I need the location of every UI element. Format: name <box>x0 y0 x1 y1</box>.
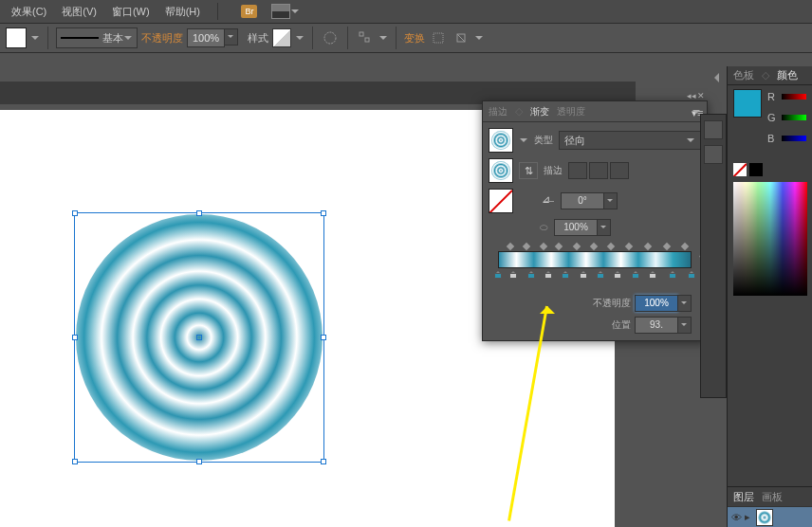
panel-close-icon[interactable]: ✕ <box>697 92 705 100</box>
strip-icon-2[interactable] <box>704 145 723 164</box>
gradient-preset-dropdown[interactable] <box>519 136 528 145</box>
bridge-icon[interactable]: Br <box>235 2 264 21</box>
handle-top-mid[interactable] <box>196 210 202 216</box>
expand-layer-icon[interactable]: ▸ <box>745 511 756 523</box>
strip-icon-1[interactable] <box>704 120 723 139</box>
gradient-color-stop[interactable] <box>669 268 676 279</box>
stop-location-input[interactable]: 93. <box>635 317 692 334</box>
black-color-icon[interactable] <box>749 163 763 176</box>
menu-help[interactable]: 帮助(H) <box>157 5 208 19</box>
gradient-midpoint[interactable] <box>555 243 563 250</box>
angle-icon: ⊿ <box>542 193 557 209</box>
gradient-color-stop[interactable] <box>527 268 535 279</box>
tab-transparency[interactable]: 透明度 <box>557 105 585 118</box>
gradient-color-stop[interactable] <box>494 268 502 279</box>
handle-bottom-mid[interactable] <box>196 459 202 464</box>
tab-color[interactable]: 颜色 <box>777 68 798 82</box>
gradient-midpoint[interactable] <box>590 243 598 250</box>
gradient-midpoint[interactable] <box>540 243 547 250</box>
gradient-fill-thumb[interactable] <box>489 128 513 153</box>
gradient-color-stop[interactable] <box>632 268 639 279</box>
gradient-midpoint[interactable] <box>681 243 689 250</box>
collapsed-panel-strip[interactable] <box>700 114 727 398</box>
layer-row[interactable]: 👁 ▸ <box>728 506 812 527</box>
stroke-gradient-mode[interactable] <box>568 162 629 179</box>
panel-flyout-icon[interactable] <box>710 71 723 84</box>
color-spectrum[interactable] <box>733 182 807 296</box>
recolor-icon[interactable] <box>321 28 340 47</box>
gradient-midpoint[interactable] <box>644 243 652 250</box>
transform-bbox-icon[interactable] <box>429 28 448 47</box>
handle-bottom-left[interactable] <box>72 459 78 464</box>
gradient-slider[interactable]: 🗑 <box>489 242 701 282</box>
tab-swatches[interactable]: 色板 <box>733 68 754 82</box>
align-dropdown[interactable] <box>378 33 388 43</box>
gradient-color-stop[interactable] <box>597 268 604 279</box>
gradient-color-stop[interactable] <box>544 268 552 279</box>
gradient-color-stop[interactable] <box>614 268 621 279</box>
gradient-midpoint[interactable] <box>607 243 615 250</box>
isolate-icon[interactable] <box>452 28 471 47</box>
style-label: 样式 <box>248 31 268 45</box>
gradient-color-stop[interactable] <box>580 268 587 279</box>
style-dropdown[interactable] <box>295 33 304 43</box>
tab-artboards[interactable]: 画板 <box>762 490 783 504</box>
arrange-documents-icon[interactable] <box>271 2 300 21</box>
handle-mid-right[interactable] <box>321 335 326 340</box>
opacity-label: 不透明度 <box>141 31 183 45</box>
more-dropdown[interactable] <box>474 33 484 43</box>
b-slider[interactable] <box>782 136 806 141</box>
gradient-stroke-thumb[interactable] <box>489 158 513 183</box>
opacity-input[interactable]: 100% <box>187 28 238 47</box>
gradient-panel: ◂◂ ✕ 描边 ◇ 渐变 透明度 ▾≡ 类型 径向 ⇅ 描边 ⊿ <box>482 100 708 341</box>
stroke-profile-select[interactable]: 基本 <box>56 27 138 48</box>
menu-window[interactable]: 窗口(W) <box>104 5 157 19</box>
angle-input[interactable]: 0° <box>561 192 618 209</box>
handle-top-left[interactable] <box>72 210 78 216</box>
r-slider[interactable] <box>782 94 806 100</box>
gradient-color-stop[interactable] <box>509 268 517 279</box>
gradient-type-select[interactable]: 径向 <box>559 131 701 150</box>
gradient-color-stop[interactable] <box>562 268 569 279</box>
none-color-icon[interactable] <box>733 163 747 176</box>
gradient-ramp[interactable]: 🗑 <box>498 251 692 268</box>
panel-collapse-icon[interactable]: ◂◂ <box>687 92 694 100</box>
layers-panel: 图层 画板 👁 ▸ <box>728 486 812 527</box>
gradient-midpoint[interactable] <box>663 243 671 250</box>
channel-g-label: G <box>767 112 777 123</box>
tab-layers[interactable]: 图层 <box>733 490 754 504</box>
fill-swatch[interactable] <box>6 27 27 48</box>
aspect-icon: ⬭ <box>540 222 548 233</box>
handle-top-right[interactable] <box>321 210 326 216</box>
menu-effects[interactable]: 效果(C) <box>4 5 54 19</box>
none-thumb[interactable] <box>489 189 513 213</box>
reverse-gradient-icon[interactable]: ⇅ <box>519 162 538 179</box>
menubar: 效果(C) 视图(V) 窗口(W) 帮助(H) Br <box>0 0 812 23</box>
channel-r-label: R <box>767 91 777 102</box>
tab-stroke[interactable]: 描边 <box>489 105 508 118</box>
gradient-midpoint[interactable] <box>507 243 514 250</box>
selected-ellipse[interactable] <box>76 214 323 461</box>
transform-label[interactable]: 变换 <box>404 31 425 45</box>
style-swatch[interactable] <box>272 28 291 47</box>
menu-view[interactable]: 视图(V) <box>54 5 104 19</box>
gradient-panel-tabs: 描边 ◇ 渐变 透明度 ▾≡ <box>483 101 707 122</box>
gradient-midpoint[interactable] <box>572 243 580 250</box>
stop-opacity-input[interactable]: 100% <box>635 295 692 312</box>
handle-mid-left[interactable] <box>72 335 78 340</box>
control-bar: 基本 不透明度 100% 样式 变换 <box>0 23 812 53</box>
gradient-color-stop[interactable] <box>688 268 695 279</box>
fill-dropdown[interactable] <box>30 33 40 43</box>
handle-center[interactable] <box>196 335 202 340</box>
align-icon[interactable] <box>356 28 375 47</box>
right-dock: 色板 ◇ 颜色 R G B 图层 画板 👁 ▸ <box>727 66 812 527</box>
gradient-color-stop[interactable] <box>649 268 656 279</box>
gradient-midpoint[interactable] <box>522 243 529 250</box>
tab-gradient[interactable]: 渐变 <box>530 105 549 118</box>
gradient-midpoint[interactable] <box>624 243 632 250</box>
current-fill-swatch[interactable] <box>733 89 762 118</box>
g-slider[interactable] <box>782 115 806 120</box>
handle-bottom-right[interactable] <box>321 459 326 464</box>
aspect-input[interactable]: 100% <box>554 219 611 236</box>
visibility-icon[interactable]: 👁 <box>728 512 745 523</box>
